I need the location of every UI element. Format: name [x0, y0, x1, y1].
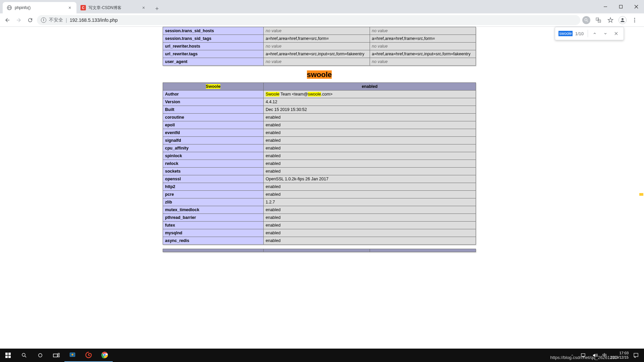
taskbar-left — [0, 349, 113, 362]
find-next-button[interactable] — [601, 29, 609, 38]
local-value-cell: no value — [264, 58, 370, 66]
divider — [588, 30, 588, 37]
value-cell: enabled — [264, 206, 476, 214]
svg-point-25 — [39, 354, 42, 357]
table-row: mysqlndenabled — [163, 229, 476, 237]
phpinfo-container: session.trans_sid_hostsno valueno values… — [163, 27, 476, 263]
header-cell: enabled — [264, 83, 476, 90]
close-icon[interactable]: × — [141, 5, 146, 10]
value-cell: enabled — [264, 229, 476, 237]
table-row: url_rewriter.tagsa=href,area=href,frame=… — [163, 50, 476, 58]
find-bar: swoole 1/10 — [555, 27, 624, 40]
minimize-button[interactable] — [598, 0, 613, 13]
tab-phpinfo[interactable]: phpinfo() × — [3, 2, 76, 13]
search-button[interactable] — [16, 349, 32, 362]
key-cell: openssl — [163, 175, 264, 183]
next-table-placeholder — [163, 249, 476, 252]
key-cell: mutex_timedlock — [163, 206, 264, 214]
table-row: Version4.4.12 — [163, 98, 476, 106]
value-cell: enabled — [264, 237, 476, 245]
svg-point-16 — [634, 21, 635, 22]
svg-rect-27 — [58, 353, 59, 355]
scrollbar-highlight — [639, 193, 643, 196]
key-cell: mysqlnd — [163, 229, 264, 237]
find-input[interactable]: swoole — [558, 31, 572, 36]
profile-avatar[interactable] — [619, 16, 627, 24]
maximize-button[interactable] — [613, 0, 629, 13]
value-cell: enabled — [264, 160, 476, 168]
csdn-icon: C — [80, 5, 86, 10]
svg-text:C: C — [82, 6, 84, 10]
table-row: cpu_affinityenabled — [163, 144, 476, 152]
svg-point-31 — [71, 354, 73, 356]
value-cell: enabled — [264, 214, 476, 222]
page-content[interactable]: session.trans_sid_hostsno valueno values… — [0, 27, 644, 349]
tab-title: phpinfo() — [15, 5, 64, 10]
find-counter: 1/10 — [575, 31, 584, 36]
notifications-icon[interactable] — [632, 351, 640, 359]
master-value-cell: no value — [370, 43, 476, 50]
bookmark-icon[interactable] — [606, 16, 614, 24]
table-row: rwlockenabled — [163, 160, 476, 168]
svg-rect-6 — [620, 5, 623, 8]
reload-button[interactable] — [25, 15, 35, 25]
svg-rect-38 — [634, 353, 638, 357]
watermark-text: https://blog.csdn.net/qq_26261130 — [550, 355, 618, 360]
master-value-cell: no value — [370, 58, 476, 66]
close-icon[interactable]: × — [67, 5, 72, 10]
key-cell: Version — [163, 98, 264, 106]
tab-csdn[interactable]: C 写文章-CSDN博客 × — [76, 2, 150, 13]
svg-rect-28 — [58, 356, 59, 357]
svg-text:文: 文 — [597, 18, 599, 20]
close-window-button[interactable] — [629, 0, 644, 13]
tab-title: 写文章-CSDN博客 — [89, 5, 138, 11]
value-cell: 4.4.12 — [264, 98, 476, 106]
table-row: BuiltDec 15 2019 15:30:52 — [163, 106, 476, 114]
taskbar-app-chrome[interactable] — [97, 349, 113, 362]
taskview-button[interactable] — [48, 349, 64, 362]
svg-point-14 — [634, 18, 635, 19]
table-row: session.trans_sid_hostsno valueno value — [163, 27, 476, 35]
value-cell: enabled — [264, 121, 476, 129]
forward-button[interactable] — [14, 15, 23, 25]
url-text: 192.168.5.133/info.php — [70, 17, 118, 23]
menu-icon[interactable] — [631, 16, 639, 24]
local-value-cell: a=href,area=href,frame=src,input=src,for… — [264, 50, 370, 58]
table-row: epollenabled — [163, 121, 476, 129]
taskbar-app-swirl[interactable] — [80, 349, 97, 362]
key-cell: rwlock — [163, 160, 264, 168]
browser-chrome: phpinfo() × C 写文章-CSDN博客 × + i 不安全 — [0, 0, 644, 27]
svg-rect-20 — [8, 353, 11, 355]
key-cell: url_rewriter.tags — [163, 50, 264, 58]
master-value-cell: a=href,area=href,frame=src,input=src,for… — [370, 50, 476, 58]
value-cell: enabled — [264, 168, 476, 175]
key-cell: signalfd — [163, 137, 264, 144]
svg-point-15 — [634, 19, 635, 20]
find-close-button[interactable] — [612, 29, 620, 38]
cortana-button[interactable] — [32, 349, 48, 362]
key-cell: sockets — [163, 168, 264, 175]
table-row: coroutineenabled — [163, 114, 476, 121]
table-row: pcreenabled — [163, 191, 476, 198]
new-tab-button[interactable]: + — [152, 4, 162, 13]
translate-icon[interactable]: 文A — [594, 16, 602, 24]
key-cell: cpu_affinity — [163, 144, 264, 152]
key-cell: session.trans_sid_tags — [163, 35, 264, 43]
address-bar[interactable]: i 不安全 | 192.168.5.133/info.php — [37, 15, 580, 25]
find-prev-button[interactable] — [591, 29, 599, 38]
windows-taskbar: 中 17:03 2019/12/15 — [0, 349, 644, 362]
key-cell: coroutine — [163, 114, 264, 121]
start-button[interactable] — [0, 349, 16, 362]
key-cell: async_redis — [163, 237, 264, 245]
table-row: socketsenabled — [163, 168, 476, 175]
window-controls — [598, 0, 644, 13]
zoom-icon[interactable] — [582, 16, 590, 24]
key-cell: spinlock — [163, 152, 264, 160]
info-icon: i — [41, 17, 46, 23]
master-value-cell: no value — [370, 27, 476, 35]
key-cell: user_agent — [163, 58, 264, 66]
back-button[interactable] — [3, 15, 12, 25]
value-cell: enabled — [264, 191, 476, 198]
taskbar-app-vm[interactable] — [64, 349, 80, 362]
table-row: spinlockenabled — [163, 152, 476, 160]
